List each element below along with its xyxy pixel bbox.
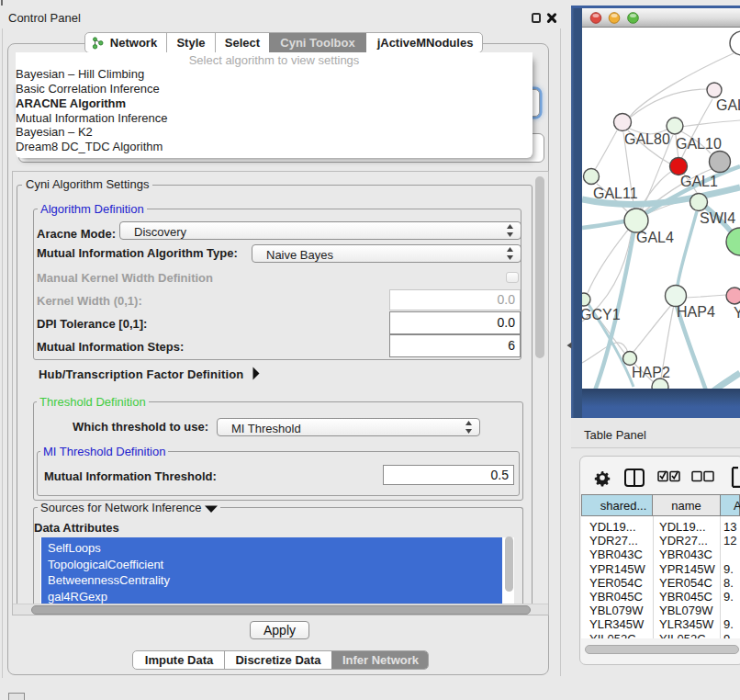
svg-text:GAL1: GAL1 (680, 174, 718, 189)
svg-text:HAP4: HAP4 (677, 304, 715, 320)
svg-text:GAL4: GAL4 (636, 230, 674, 245)
svg-text:GAL80: GAL80 (624, 131, 670, 147)
svg-text:GAL7: GAL7 (716, 97, 740, 113)
svg-text:HAP2: HAP2 (632, 365, 670, 380)
svg-text:GAL10: GAL10 (676, 136, 722, 152)
svg-text:GCY1: GCY1 (582, 307, 621, 322)
svg-text:GAL11: GAL11 (593, 186, 638, 201)
svg-text:Y: Y (734, 305, 740, 321)
svg-text:SWI4: SWI4 (700, 210, 735, 226)
